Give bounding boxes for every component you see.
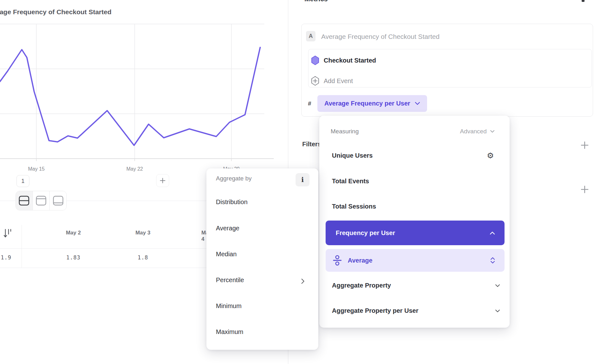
granularity-value: 1 (21, 178, 24, 185)
menu-item-percentile[interactable]: Percentile (216, 276, 244, 284)
chevron-up-icon (490, 231, 495, 235)
info-glyph: i (301, 176, 304, 184)
panel-top-icon (35, 195, 47, 206)
table-cell-may2: 1.83 (42, 254, 105, 261)
chevron-down-icon (490, 130, 495, 133)
division-icon (333, 255, 342, 266)
menu-item-total-sessions[interactable]: Total Sessions (332, 203, 376, 210)
table-header-clipped[interactable]: May 4 (201, 230, 206, 242)
chevron-down-icon[interactable] (495, 284, 500, 288)
menu-item-total-events[interactable]: Total Events (332, 178, 369, 185)
panel-bottom-icon (52, 195, 64, 206)
table-header-may3[interactable]: May 3 (111, 230, 174, 236)
measuring-menu-label: Measuring (331, 128, 359, 135)
menu-item-frequency-per-user-selected[interactable]: Frequency per User (326, 221, 505, 245)
metric-badge: A (306, 31, 315, 41)
sort-descending-icon[interactable] (3, 228, 12, 240)
metrics-section-header: Metrics (304, 0, 328, 3)
table-header-may2[interactable]: May 2 (42, 230, 105, 236)
selected-item-label: Frequency per User (336, 229, 395, 237)
menu-item-distribution[interactable]: Distribution (216, 198, 248, 206)
split-horizontal-icon (18, 195, 30, 206)
chevron-up-down-icon (490, 257, 495, 264)
layout-toggle-panel-top[interactable] (33, 191, 50, 210)
granularity-input[interactable]: 1 (16, 175, 29, 187)
add-event-hexagon-plus-icon[interactable] (311, 76, 319, 86)
table-column-divider (21, 225, 22, 268)
menu-item-unique-users[interactable]: Unique Users (332, 152, 373, 159)
frequency-aggregation-average-row[interactable]: Average (326, 249, 505, 272)
advanced-label: Advanced (460, 128, 487, 135)
table-cell-clipped: 1.9 (0, 254, 11, 261)
app-window: Average Frequency of Checkout Started Ma… (0, 0, 600, 364)
advanced-toggle[interactable]: Advanced (460, 128, 495, 135)
metric-badge-letter: A (309, 33, 313, 39)
menu-item-minimum[interactable]: Minimum (216, 302, 242, 310)
menu-item-aggregate-property-per-user[interactable]: Aggregate Property per User (332, 307, 418, 314)
layout-toggle-group (15, 191, 67, 210)
plus-icon (160, 178, 166, 184)
layout-toggle-split-horizontal[interactable] (16, 191, 33, 210)
x-axis-label: May 15 (28, 166, 45, 172)
x-axis-label: May 22 (126, 166, 143, 172)
table-cell-may3: 1.8 (111, 254, 174, 261)
add-filter-button[interactable] (580, 141, 589, 149)
chart-line-checkout-started (0, 47, 260, 145)
event-hexagon-icon (311, 55, 319, 65)
layout-toggle-panel-bottom[interactable] (49, 191, 66, 210)
info-icon[interactable]: i (296, 173, 309, 186)
line-chart: May 15May 22May 29 (0, 0, 288, 172)
menu-item-average[interactable]: Average (216, 225, 239, 232)
add-breakdown-button[interactable] (580, 185, 589, 194)
menu-item-aggregate-property[interactable]: Aggregate Property (332, 282, 391, 289)
menu-item-median[interactable]: Median (216, 251, 237, 258)
chevron-down-icon (415, 102, 420, 105)
add-event-button[interactable]: Add Event (324, 77, 353, 85)
metric-title-input[interactable]: Average Frequency of Checkout Started (321, 33, 439, 40)
gear-icon[interactable]: ⚙ (487, 151, 494, 160)
measure-dropdown-label: Average Frequency per User (324, 100, 410, 107)
event-name[interactable]: Checkout Started (324, 57, 376, 64)
filters-section-header: Filters (302, 141, 321, 148)
clipped-icon-fragment (582, 0, 585, 2)
measure-type-prefix: # (308, 100, 311, 107)
aggregate-by-menu-label: Aggregate by (216, 175, 252, 182)
add-annotation-button[interactable] (156, 174, 169, 187)
chevron-down-icon[interactable] (495, 309, 500, 313)
average-aggregation-label: Average (348, 257, 490, 264)
menu-item-maximum[interactable]: Maximum (216, 328, 243, 336)
measure-dropdown-button[interactable]: Average Frequency per User (317, 95, 427, 112)
chevron-right-icon (301, 278, 305, 284)
aggregate-by-dropdown-menu (206, 168, 318, 350)
